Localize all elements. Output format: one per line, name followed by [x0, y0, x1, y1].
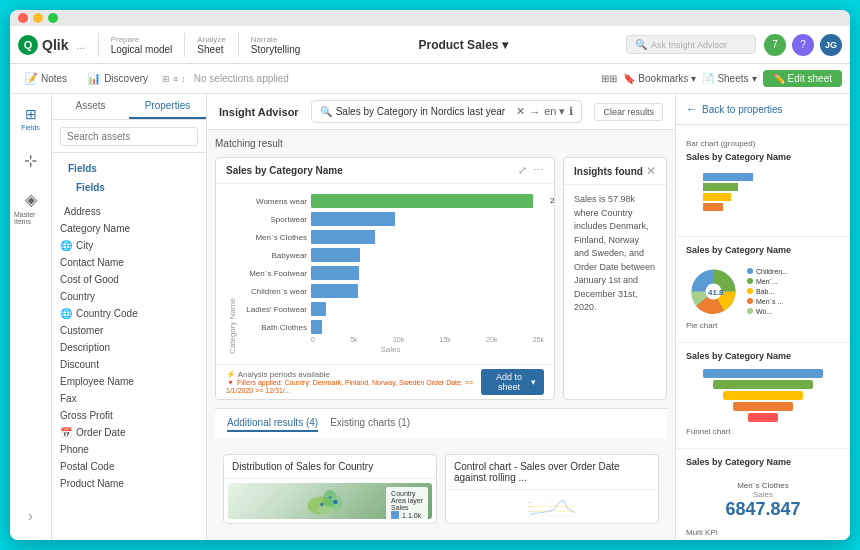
field-costofgood[interactable]: Cost of Good [52, 271, 206, 288]
nav-more-button[interactable]: ... [76, 39, 85, 51]
help-button[interactable]: ? [792, 34, 814, 56]
x-axis-label: Sales [237, 343, 544, 354]
minimize-button[interactable] [33, 13, 43, 23]
insight-search-bar[interactable]: 🔍 Ask Insight Advisor [626, 35, 756, 54]
discovery-button[interactable]: 📊 Discovery [81, 70, 154, 87]
field-grossprofit[interactable]: Gross Profit [52, 407, 206, 424]
multi-kpi-suggestion[interactable]: Sales by Category Name Men`s Clothes Sal… [676, 449, 850, 540]
svg-point-4 [320, 503, 324, 507]
user-avatar[interactable]: JG [820, 34, 842, 56]
pie-chart-title: Sales by Category Name [686, 245, 840, 255]
sidebar-item-settings[interactable]: ⊹ [20, 147, 41, 174]
arrow-icon[interactable]: → [529, 106, 540, 118]
title-bar [10, 10, 850, 26]
qlik-q-icon: Q [18, 35, 38, 55]
search-box-icon: 🔍 [320, 106, 332, 117]
bar-grouped-type: Bar chart (grouped) [686, 139, 840, 148]
funnel-chart-suggestion[interactable]: Sales by Category Name Funn [676, 343, 850, 449]
calendar-icon: 📅 [60, 427, 72, 438]
clear-results-button[interactable]: Clear results [594, 103, 663, 121]
edit-sheet-button[interactable]: ✏️ Edit sheet [763, 70, 842, 87]
field-country[interactable]: Country [52, 288, 206, 305]
main-chart-card: Sales by Category Name ⤢ ⋯ Category Name [215, 157, 555, 400]
bar-container: 1.62k [311, 302, 544, 316]
add-to-sheet-button[interactable]: Add to sheet ▾ [481, 369, 544, 395]
funnel-preview [686, 367, 840, 427]
insights-body: Sales is 57.98k where Country includes D… [564, 185, 666, 323]
toolbar-right: ⊞⊞ 🔖 Bookmarks ▾ 📄 Sheets ▾ ✏️ Edit shee… [601, 70, 842, 87]
map-visualization: Country Area layer Sales 1.1.0k [228, 483, 432, 519]
right-panel-back[interactable]: ← Back to properties [676, 94, 850, 125]
svg-text:0: 0 [529, 515, 530, 517]
tab-assets[interactable]: Assets [52, 94, 129, 119]
close-button[interactable] [18, 13, 28, 23]
bar-grouped-suggestion[interactable]: Bar chart (grouped) Sales by Category Na… [676, 131, 850, 237]
analyze-sub: Sheet [197, 44, 225, 55]
bar-value: 23.79k [550, 194, 555, 208]
info-icon[interactable]: ℹ [569, 105, 573, 118]
bookmarks-button[interactable]: 🔖 Bookmarks ▾ [623, 73, 696, 84]
notes-button[interactable]: 📝 Notes [18, 70, 73, 87]
insight-search-box[interactable]: 🔍 ✕ → en ▾ ℹ [311, 100, 583, 123]
analysis-note: ⚡ Analysis periods available [226, 370, 481, 379]
nav-analyze[interactable]: Analyze Sheet [197, 35, 225, 55]
x-axis-tick: 25k [533, 336, 544, 343]
field-employee[interactable]: Employee Name [52, 373, 206, 390]
field-phone[interactable]: Phone [52, 441, 206, 458]
tab-properties[interactable]: Properties [129, 94, 206, 119]
pie-chart-preview: 41.8 Children... Men`... [686, 261, 840, 321]
field-description[interactable]: Description [52, 339, 206, 356]
field-discount[interactable]: Discount [52, 356, 206, 373]
maximize-button[interactable] [48, 13, 58, 23]
field-countrycode[interactable]: 🌐 Country Code [52, 305, 206, 322]
field-category[interactable]: Category Name [52, 220, 206, 237]
clear-icon[interactable]: ✕ [516, 105, 525, 118]
pie-chart-suggestion[interactable]: Sales by Category Name 41.8 [676, 237, 850, 343]
nav-narrate[interactable]: Narrate Storytelling [251, 35, 300, 55]
lang-selector[interactable]: en ▾ [544, 105, 565, 118]
existing-charts-tab[interactable]: Existing charts (1) [330, 415, 410, 432]
field-postalcode[interactable]: Postal Code [52, 458, 206, 475]
expand-icon[interactable]: ⤢ [518, 164, 527, 177]
field-productname[interactable]: Product Name [52, 475, 206, 492]
bar-chart: Womens wear23.79kSportwear8.96kMen`s Clo… [237, 194, 544, 334]
svg-rect-25 [713, 380, 813, 389]
additional-results-tab[interactable]: Additional results (4) [227, 415, 318, 432]
sheets-button[interactable]: 📄 Sheets ▾ [702, 73, 756, 84]
panel-tabs: Assets Properties [52, 94, 206, 120]
svg-text:10k: 10k [528, 510, 531, 512]
insights-close-icon[interactable]: ✕ [646, 164, 656, 178]
bar-fill [311, 194, 533, 208]
funnel-chart-preview [686, 367, 840, 427]
field-orderdate[interactable]: 📅 Order Date [52, 424, 206, 441]
sidebar-expand-button[interactable]: › [20, 500, 41, 532]
more-options-button[interactable]: ⋯ [533, 164, 544, 177]
pie-chart-svg: 41.8 [686, 264, 741, 319]
bar-value: 5.07k [554, 284, 555, 298]
globe-icon: 🌐 [60, 240, 72, 251]
field-fax[interactable]: Fax [52, 390, 206, 407]
funnel-chart-type: Funnel chart [686, 427, 840, 436]
line-chart-card: Control chart - Sales over Order Date ag… [445, 454, 659, 524]
field-customer[interactable]: Customer [52, 322, 206, 339]
svg-point-5 [329, 496, 332, 499]
sidebar-item-fields[interactable]: ⊞ Fields [17, 102, 44, 135]
bar-grouped-title: Sales by Category Name [686, 152, 840, 162]
nav-prepare[interactable]: Prepare Logical model [111, 35, 173, 55]
pie-legend-wo: Wo... [747, 308, 788, 315]
right-panel-content: Bar chart (grouped) Sales by Category Na… [676, 125, 850, 540]
map-legend: Country Area layer Sales 1.1.0k [386, 487, 428, 522]
grid-icon-btn[interactable]: ⊞⊞ [601, 73, 617, 84]
sidebar-item-master[interactable]: ◈ Master Items [10, 186, 51, 229]
multi-kpi-type: Multi KPI [686, 528, 840, 537]
insight-search-input[interactable] [336, 106, 513, 117]
multi-kpi-title: Sales by Category Name [686, 457, 840, 467]
search-assets [52, 120, 206, 153]
result-row: Sales by Category Name ⤢ ⋯ Category Name [215, 157, 667, 400]
field-address[interactable]: Address [52, 203, 206, 220]
field-city[interactable]: 🌐 City [52, 237, 206, 254]
notification-button[interactable]: 7 [764, 34, 786, 56]
qlik-logo[interactable]: Q Qlik [18, 35, 68, 55]
field-contact[interactable]: Contact Name [52, 254, 206, 271]
search-assets-input[interactable] [60, 127, 198, 146]
